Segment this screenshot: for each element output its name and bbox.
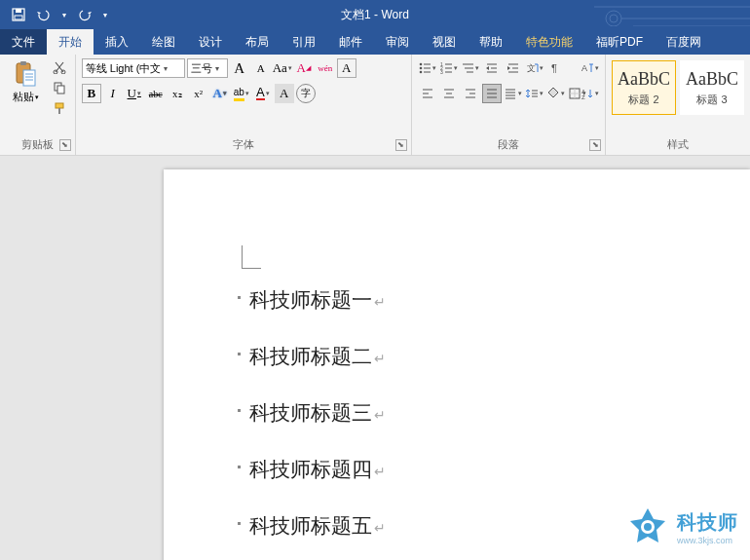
- paragraph-line[interactable]: 科技师标题二↵: [249, 343, 386, 370]
- font-size-combo[interactable]: 三号▾: [187, 58, 228, 78]
- undo-dropdown-icon[interactable]: ▾: [60, 6, 68, 23]
- svg-rect-1: [16, 9, 21, 13]
- svg-rect-10: [23, 70, 35, 86]
- paste-label: 粘贴: [13, 90, 34, 104]
- char-shading-button[interactable]: A: [275, 84, 294, 103]
- tab-design[interactable]: 设计: [187, 29, 234, 55]
- paragraph-launcher[interactable]: ⬊: [589, 139, 601, 151]
- bold-button[interactable]: B: [82, 84, 101, 103]
- style-heading3[interactable]: AaBbC 标题 3: [680, 60, 744, 115]
- page[interactable]: 科技师标题一↵ 科技师标题二↵ 科技师标题三↵ 科技师标题四↵ 科技师标题五↵: [164, 169, 750, 560]
- format-painter-icon[interactable]: [51, 99, 68, 117]
- tab-file[interactable]: 文件: [0, 29, 47, 55]
- subscript-button[interactable]: x₂: [168, 84, 187, 103]
- svg-point-3: [606, 11, 621, 26]
- font-name-combo[interactable]: 等线 Light (中文▾: [82, 58, 185, 78]
- document-area[interactable]: 科技师标题一↵ 科技师标题二↵ 科技师标题三↵ 科技师标题四↵ 科技师标题五↵: [0, 156, 750, 560]
- copy-icon[interactable]: [51, 79, 68, 96]
- group-styles: AaBbC 标题 2 AaBbC 标题 3 样式: [606, 55, 750, 155]
- font-launcher[interactable]: ⬊: [395, 139, 407, 151]
- decrease-indent-button[interactable]: [482, 58, 502, 78]
- tab-references[interactable]: 引用: [281, 29, 327, 55]
- tab-foxit[interactable]: 福昕PDF: [584, 29, 655, 55]
- tab-insert[interactable]: 插入: [94, 29, 140, 55]
- clear-format-button[interactable]: A◢: [294, 58, 314, 78]
- decor-lines: [584, 3, 750, 26]
- align-justify-button[interactable]: [482, 84, 502, 103]
- superscript-button[interactable]: x²: [189, 84, 208, 103]
- text-direction-button[interactable]: 文: [525, 58, 544, 78]
- paragraph-group-label: 段落: [412, 137, 605, 155]
- align-distributed-button[interactable]: [504, 84, 523, 103]
- paragraph-line[interactable]: 科技师标题四↵: [249, 456, 386, 483]
- multilevel-button[interactable]: [461, 58, 480, 78]
- undo-icon[interactable]: [35, 6, 53, 23]
- paste-button[interactable]: 粘贴▾: [6, 58, 45, 104]
- numbering-button[interactable]: 123: [439, 58, 459, 78]
- cursor-indicator: [242, 245, 261, 269]
- align-left-button[interactable]: [418, 84, 437, 103]
- tab-mail[interactable]: 邮件: [327, 29, 374, 55]
- char-border-button[interactable]: A: [337, 58, 356, 78]
- group-paragraph: 123 文 ¶ A AZ 段落 ⬊: [412, 55, 606, 155]
- italic-button[interactable]: I: [103, 84, 123, 103]
- svg-text:¶: ¶: [551, 62, 557, 74]
- highlight-button[interactable]: ab: [232, 84, 251, 103]
- shading-button[interactable]: [546, 84, 566, 103]
- style-heading2[interactable]: AaBbC 标题 2: [612, 60, 676, 115]
- tab-draw[interactable]: 绘图: [140, 29, 187, 55]
- strike-button[interactable]: abc: [146, 84, 166, 103]
- text-effect-button[interactable]: A: [210, 84, 230, 103]
- redo-icon[interactable]: [76, 6, 94, 23]
- show-marks-button[interactable]: ¶: [546, 58, 566, 78]
- underline-button[interactable]: U: [125, 84, 144, 103]
- group-clipboard: 粘贴▾ 剪贴板 ⬊: [0, 55, 76, 155]
- svg-point-24: [420, 71, 423, 74]
- change-case-button[interactable]: Aa: [273, 58, 292, 78]
- tab-view[interactable]: 视图: [421, 29, 468, 55]
- shrink-font-button[interactable]: A: [251, 58, 271, 78]
- svg-text:Z: Z: [581, 94, 585, 100]
- svg-rect-17: [57, 86, 64, 93]
- font-color-button[interactable]: A: [253, 84, 273, 103]
- tab-layout[interactable]: 布局: [234, 29, 281, 55]
- tab-special[interactable]: 特色功能: [514, 29, 584, 55]
- ribbon-tabs: 文件 开始 插入 绘图 设计 布局 引用 邮件 审阅 视图 帮助 特色功能 福昕…: [0, 29, 750, 55]
- grow-font-button[interactable]: A: [230, 58, 249, 78]
- line-spacing-button[interactable]: [525, 84, 544, 103]
- paste-icon: [12, 60, 39, 88]
- sort-button[interactable]: AZ: [580, 84, 599, 103]
- svg-rect-18: [56, 103, 63, 108]
- enclosed-char-button[interactable]: 字: [296, 84, 316, 103]
- clipboard-launcher[interactable]: ⬊: [59, 139, 71, 151]
- save-icon[interactable]: [10, 6, 27, 23]
- styles-group-label: 样式: [606, 137, 750, 155]
- align-right-button[interactable]: [461, 84, 480, 103]
- tab-home[interactable]: 开始: [47, 29, 94, 55]
- svg-text:A: A: [581, 63, 587, 73]
- align-center-button[interactable]: [439, 84, 459, 103]
- paragraph-line[interactable]: 科技师标题一↵: [249, 286, 386, 314]
- group-font: 等线 Light (中文▾ 三号▾ A A Aa A◢ wén A B I U …: [76, 55, 412, 155]
- tab-review[interactable]: 审阅: [374, 29, 421, 55]
- svg-point-22: [420, 67, 423, 70]
- ribbon: 粘贴▾ 剪贴板 ⬊ 等线 Light (中文▾ 三号▾ A A Aa A◢ wé…: [0, 55, 750, 156]
- window-title: 文档1 - Word: [341, 7, 409, 23]
- title-bar: ▾ ▾ 文档1 - Word: [0, 0, 750, 29]
- svg-text:文: 文: [527, 63, 536, 73]
- quick-access-toolbar: ▾ ▾: [0, 6, 109, 23]
- paragraph-line[interactable]: 科技师标题三↵: [249, 399, 386, 427]
- svg-text:3: 3: [440, 69, 443, 75]
- paragraph-line[interactable]: 科技师标题五↵: [249, 512, 386, 540]
- tab-help[interactable]: 帮助: [468, 29, 514, 55]
- svg-point-4: [610, 15, 618, 22]
- font-group-label: 字体: [76, 137, 411, 155]
- tab-baidu[interactable]: 百度网: [655, 29, 713, 55]
- svg-rect-19: [58, 108, 60, 114]
- phonetic-guide-button[interactable]: wén: [316, 58, 335, 78]
- increase-indent-button[interactable]: [504, 58, 523, 78]
- cut-icon[interactable]: [51, 58, 68, 76]
- asian-layout-button[interactable]: A: [580, 58, 599, 78]
- bullets-button[interactable]: [418, 58, 437, 78]
- qat-customize-icon[interactable]: ▾: [101, 6, 109, 23]
